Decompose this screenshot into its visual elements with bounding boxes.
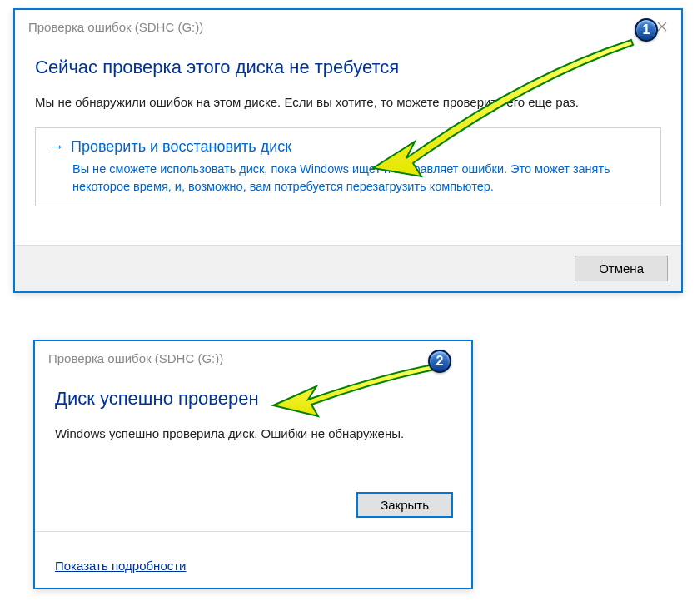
annotation-badge-2: 2 — [428, 350, 451, 373]
arrow-right-icon: → — [49, 138, 64, 156]
cancel-button[interactable]: Отмена — [575, 256, 668, 281]
button-row: Отмена — [15, 245, 681, 291]
annotation-arrow-1 — [356, 33, 640, 183]
option-title-text: Проверить и восстановить диск — [71, 138, 291, 156]
annotation-arrow-2 — [266, 360, 441, 418]
dialog-title: Проверка ошибок (SDHC (G:)) — [28, 20, 650, 34]
dialog-body-text: Windows успешно проверила диск. Ошибки н… — [55, 425, 451, 444]
annotation-badge-1: 1 — [635, 18, 658, 42]
close-button[interactable]: Закрыть — [356, 492, 453, 518]
button-row: Закрыть — [35, 482, 471, 528]
show-details-link[interactable]: Показать подробности — [35, 559, 206, 588]
